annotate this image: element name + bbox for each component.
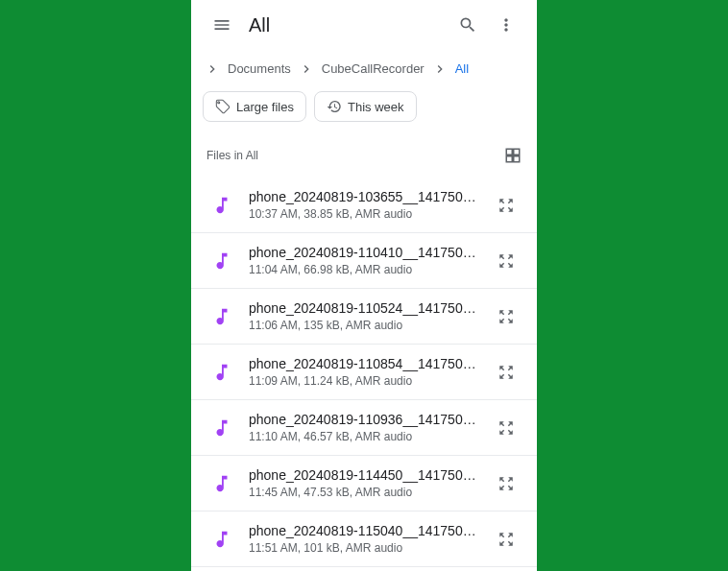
file-row[interactable]: phone_20240819-110854__1417501655...11:0…	[191, 345, 537, 400]
chip-label: This week	[348, 100, 404, 114]
file-row[interactable]: phone_20240819-110410__1417501655...11:0…	[191, 233, 537, 289]
chevron-right-icon	[297, 61, 316, 77]
filter-chips-row: Large files This week	[191, 91, 537, 137]
fullscreen-icon	[497, 419, 515, 437]
expand-button[interactable]	[491, 468, 522, 499]
tag-icon	[215, 99, 231, 114]
fullscreen-icon	[497, 364, 515, 381]
file-name: phone_20240819-110936__1417501655...	[249, 412, 483, 427]
music-note-icon	[203, 195, 241, 216]
history-icon	[327, 99, 342, 114]
music-note-icon	[203, 529, 241, 550]
expand-button[interactable]	[491, 524, 522, 555]
fullscreen-icon	[497, 531, 515, 548]
file-meta: 11:10 AM, 46.57 kB, AMR audio	[249, 430, 483, 443]
file-info: phone_20240819-115040__141750165...11:51…	[241, 523, 483, 555]
expand-button[interactable]	[491, 301, 522, 332]
more-vert-icon	[497, 15, 516, 35]
fullscreen-icon	[497, 252, 515, 270]
chip-large-files[interactable]: Large files	[203, 91, 306, 122]
breadcrumb-all[interactable]: All	[453, 58, 471, 80]
music-note-icon	[203, 306, 241, 327]
music-note-icon	[203, 362, 241, 383]
file-name: phone_20240819-114450__141750165...	[249, 467, 483, 483]
section-header: Files in All	[191, 137, 537, 178]
file-info: phone_20240819-110410__1417501655...11:0…	[241, 245, 483, 276]
fullscreen-icon	[497, 197, 515, 214]
menu-button[interactable]	[203, 6, 241, 44]
chip-this-week[interactable]: This week	[314, 91, 417, 122]
file-row[interactable]: phone_20240819-115040__141750165...11:51…	[191, 512, 537, 567]
music-note-icon	[203, 250, 241, 272]
expand-button[interactable]	[491, 357, 522, 388]
file-info: phone_20240819-114450__141750165...11:45…	[241, 467, 483, 499]
file-meta: 11:09 AM, 11.24 kB, AMR audio	[249, 374, 483, 388]
top-app-bar: All	[191, 0, 537, 50]
expand-button[interactable]	[491, 246, 522, 276]
file-info: phone_20240819-110524__1417501655...11:0…	[241, 300, 483, 332]
view-grid-button[interactable]	[504, 147, 522, 164]
chevron-right-icon	[203, 61, 222, 77]
hamburger-icon	[212, 15, 231, 35]
file-info: phone_20240819-110936__1417501655...11:1…	[241, 412, 483, 443]
svg-point-0	[218, 102, 220, 104]
search-button[interactable]	[449, 6, 487, 44]
file-row[interactable]: phone_20240819-114450__141750165...11:45…	[191, 456, 537, 512]
search-icon	[458, 15, 477, 35]
more-options-button[interactable]	[487, 6, 525, 44]
file-name: phone_20240819-103655__141750165...	[249, 189, 483, 204]
page-title: All	[249, 14, 449, 36]
breadcrumb: Documents CubeCallRecorder All	[191, 50, 537, 91]
file-row[interactable]: phone_20240819-110524__1417501655...11:0…	[191, 289, 537, 345]
music-note-icon	[203, 417, 241, 439]
expand-button[interactable]	[491, 413, 522, 443]
file-info: phone_20240819-110854__1417501655...11:0…	[241, 356, 483, 388]
file-meta: 11:06 AM, 135 kB, AMR audio	[249, 319, 483, 332]
expand-button[interactable]	[491, 190, 522, 221]
files-app-screen: All Documents CubeCallRecorder All	[191, 0, 537, 571]
breadcrumb-cubecallrecorder[interactable]: CubeCallRecorder	[320, 58, 426, 80]
breadcrumb-documents[interactable]: Documents	[226, 58, 293, 80]
file-meta: 10:37 AM, 38.85 kB, AMR audio	[249, 207, 483, 221]
file-name: phone_20240819-110410__1417501655...	[249, 245, 483, 260]
file-list: phone_20240819-103655__141750165...10:37…	[191, 178, 537, 571]
file-name: phone_20240819-110524__1417501655...	[249, 300, 483, 316]
file-meta: 11:04 AM, 66.98 kB, AMR audio	[249, 263, 483, 276]
file-row[interactable]: phone_20240819-110936__1417501655...11:1…	[191, 400, 537, 456]
file-row[interactable]: phone_20240819-103655__141750165...10:37…	[191, 178, 537, 233]
music-note-icon	[203, 473, 241, 494]
file-meta: 11:51 AM, 101 kB, AMR audio	[249, 541, 483, 555]
file-meta: 11:45 AM, 47.53 kB, AMR audio	[249, 486, 483, 499]
grid-view-icon	[504, 147, 522, 164]
fullscreen-icon	[497, 308, 515, 325]
chevron-right-icon	[430, 61, 449, 77]
file-info: phone_20240819-103655__141750165...10:37…	[241, 189, 483, 221]
section-label: Files in All	[206, 149, 258, 162]
file-name: phone_20240819-115040__141750165...	[249, 523, 483, 538]
file-name: phone_20240819-110854__1417501655...	[249, 356, 483, 371]
chip-label: Large files	[236, 100, 294, 114]
fullscreen-icon	[497, 475, 515, 492]
